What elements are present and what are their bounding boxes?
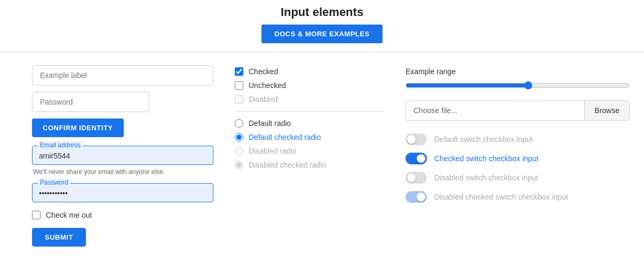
switch-disabled-checked <box>406 191 427 203</box>
checkbox-disabled-label: Disabled <box>249 95 277 104</box>
checkbox-unchecked: Unchecked <box>235 81 384 90</box>
divider <box>235 111 384 112</box>
switch-disabled-thumb <box>407 173 416 182</box>
checkbox-checked-label: Checked <box>249 67 278 76</box>
password-input-floating[interactable] <box>39 189 206 197</box>
password-floating-group: Password <box>32 183 213 202</box>
email-floating-group: Email address <box>32 146 213 165</box>
switch-default-thumb <box>407 135 416 144</box>
radio-disabled-input <box>235 147 243 155</box>
radio-default-input[interactable] <box>235 119 243 128</box>
switch-disabled-checked-thumb <box>417 193 425 201</box>
checkbox-disabled: Disabled <box>235 95 384 104</box>
browse-button[interactable]: Browse <box>584 101 629 120</box>
radio-disabled-checked-label: Disabled checked radio <box>249 161 327 169</box>
page-title: Input elements <box>0 5 644 19</box>
checkbox-disabled-input <box>235 95 243 104</box>
confirm-identity-button[interactable]: CONFIRM IDENTITY <box>32 118 124 137</box>
checkbox-checked-input[interactable] <box>235 67 243 76</box>
check-me-out-checkbox[interactable] <box>32 211 41 219</box>
checkbox-unchecked-input[interactable] <box>235 81 243 90</box>
switch-default <box>406 133 427 145</box>
switch-checked-thumb <box>417 154 425 163</box>
range-input[interactable] <box>406 81 630 90</box>
checkbox-checked: Checked <box>235 67 384 76</box>
email-label: Email address <box>38 141 83 149</box>
radio-default-checked-label: Default checked radio <box>249 133 321 141</box>
page-wrapper: Input elements DOCS & MORE EXAMPLES CONF… <box>0 0 644 269</box>
docs-button[interactable]: DOCS & MORE EXAMPLES <box>261 25 382 43</box>
switch-row-checked: Checked switch checkbox input <box>406 153 630 164</box>
check-me-out-label: Check me out <box>46 211 92 219</box>
main-content: CONFIRM IDENTITY Email address We'll nev… <box>0 52 644 259</box>
switch-disabled <box>406 172 427 184</box>
email-helper-text: We'll never share your email with anyone… <box>32 168 213 176</box>
switch-default-label: Default switch checkbox input <box>434 135 532 144</box>
submit-button[interactable]: SUBMIT <box>32 228 86 247</box>
middle-column: Checked Unchecked Disabled Default radio… <box>235 65 384 247</box>
radio-disabled-checked-input <box>235 161 243 169</box>
range-label: Example range <box>406 67 630 76</box>
check-me-out-row: Check me out <box>32 211 213 219</box>
switch-checked[interactable] <box>406 153 427 164</box>
radio-default-checked: Default checked radio <box>235 133 384 141</box>
radio-default-label: Default radio <box>249 119 291 128</box>
switch-row-default: Default switch checkbox input <box>406 133 630 145</box>
radio-default-checked-input[interactable] <box>235 133 243 141</box>
right-column: Example range Choose file... Browse Defa… <box>406 65 630 247</box>
radio-disabled-label: Disabled radio <box>249 147 297 155</box>
password-label: Password <box>38 179 70 186</box>
file-placeholder: Choose file... <box>406 101 584 120</box>
checkbox-unchecked-label: Unchecked <box>249 81 286 90</box>
radio-disabled-checked: Disabled checked radio <box>235 161 384 169</box>
email-input[interactable] <box>39 152 206 160</box>
switch-disabled-checked-label: Disabled checked switch checkbox input <box>434 193 568 201</box>
switch-row-disabled: Disabled switch checkbox input <box>406 172 630 184</box>
radio-default: Default radio <box>235 119 384 128</box>
example-label-input[interactable] <box>32 65 213 85</box>
switch-row-disabled-checked: Disabled checked switch checkbox input <box>406 191 630 203</box>
left-column: CONFIRM IDENTITY Email address We'll nev… <box>32 65 213 247</box>
file-input-row: Choose file... Browse <box>406 100 630 121</box>
switch-checked-label: Checked switch checkbox input <box>434 154 538 163</box>
header: Input elements DOCS & MORE EXAMPLES <box>0 0 644 52</box>
switch-disabled-label: Disabled switch checkbox input <box>434 173 538 182</box>
password-input-simple[interactable] <box>32 92 149 112</box>
radio-disabled: Disabled radio <box>235 147 384 155</box>
